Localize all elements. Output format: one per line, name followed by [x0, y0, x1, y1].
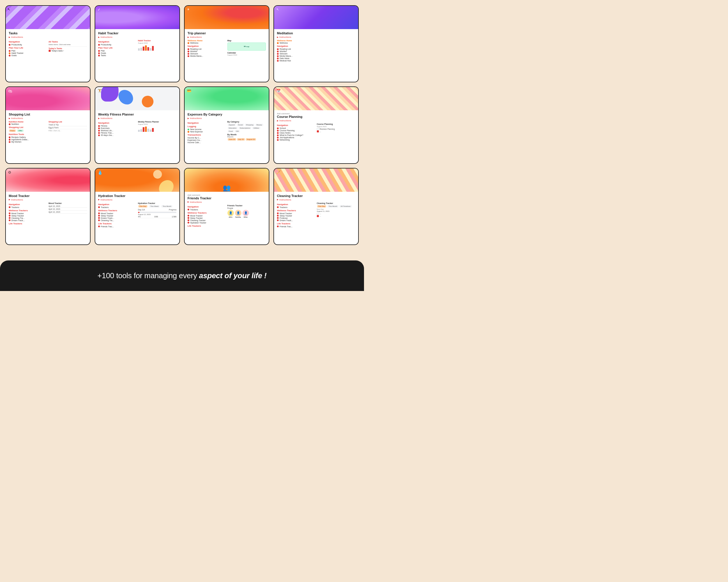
exp-chip-food: Food	[228, 130, 234, 132]
hydration-time-tabs: This Day This Week This Month	[138, 205, 177, 208]
expenses-expenses-cal: Expenses Ca...	[187, 139, 226, 141]
meditation-nav: Wellness Home Wellness Navigation Readin…	[277, 39, 355, 62]
course-title: Course Planning	[277, 115, 355, 118]
fitness-banner: 🏋	[95, 87, 179, 110]
trip-wellness: Wellness	[187, 42, 226, 44]
course-content: Add comment Course Planning ▶ Instructio…	[274, 110, 358, 163]
habit-cal-col: Habit Tracker August 2023	[138, 39, 177, 57]
course-school: School	[277, 127, 316, 129]
fitness-fitness: Fitness	[98, 125, 137, 127]
course-banner: 📅	[274, 87, 358, 110]
friend-elise: 👤 Elise	[242, 210, 249, 218]
card-course-planning[interactable]: 📅 Add comment Course Planning ▶ Instruct…	[274, 86, 359, 164]
fitness-mini-bars	[138, 126, 177, 132]
mood-content: Mood Tracker ▶ Instructions Navigation T…	[6, 192, 90, 244]
shopping-ingredients: Ingredients Datas...	[9, 139, 48, 141]
card-trip-planner[interactable]: ✈ Trip planner ▶ Instructions Wellness H…	[184, 5, 269, 82]
tasks-hint: Select items. Click and enter.	[49, 44, 87, 46]
expenses-income-by-c: Income By C...	[187, 137, 226, 139]
fitness-content: Weekly Fitness Planner ▶ Instructions Na…	[95, 110, 179, 163]
shopping-subtitle: ▶ Instructions	[9, 117, 87, 119]
card-meditation[interactable]: ↖ Meditation ▶ Instructions Wellness Hom…	[274, 5, 359, 82]
fitness-icon: 🏋	[98, 89, 102, 93]
card-shopping-list[interactable]: 🛍 Shopping List ▶ Instructions Nutrition…	[5, 86, 90, 164]
fitness-subtitle: ▶ Instructions	[98, 117, 177, 119]
cleaning-cb2	[317, 215, 319, 217]
course-cb1	[317, 128, 319, 130]
trip-reading: Reading List	[187, 48, 226, 50]
hydration-blob1	[159, 180, 174, 192]
hydration-tab-week[interactable]: This Week	[149, 205, 160, 207]
mood-entries-col: Mood Tracker April 10, 2023 April 10, 20…	[49, 202, 87, 225]
tasks-check1: Today's tasks ›	[49, 50, 87, 52]
card-friends-tracker[interactable]: 👥 Add comment Friends Tracker ▶ Instruct…	[184, 168, 269, 245]
card-hydration-tracker[interactable]: 💧 Hydration Tracker ▶ Instructions Navig…	[95, 168, 180, 245]
habit-bar3	[143, 47, 145, 51]
cleaning-friends: Friends Trac...	[277, 225, 316, 227]
meditation-subtitle: ▶ Instructions	[277, 36, 355, 38]
meditation-medical: Medical Hub	[277, 60, 355, 62]
tagline-bar: +100 tools for managing every aspect of …	[0, 260, 364, 291]
meditation-reading: Reading List	[277, 48, 355, 50]
exp-chip-social: Social	[237, 124, 244, 126]
fitness-blob1	[101, 87, 119, 102]
tasks-nav-left: Navigation Productivity Plan Your Life P…	[9, 39, 48, 57]
fitness-planner-label: Weekly Fitness Planner	[138, 121, 177, 123]
tasks-cb1	[49, 50, 51, 52]
hydration-life-section: Life Trackers	[98, 222, 137, 225]
habit-bar2	[140, 48, 142, 51]
trip-subtitle: ▶ Instructions	[187, 36, 266, 38]
expenses-income-cal: Income Cale...	[187, 141, 226, 143]
trip-wellness-home: Wellness Home	[187, 39, 226, 41]
shopping-list-item: Pasta Offer	[9, 129, 48, 132]
course-plan-label: Course Planning	[317, 123, 356, 125]
course-nav: Navigation School Course Planning Class …	[277, 123, 355, 141]
cleaning-trackers: Trackers	[277, 206, 316, 209]
fitness-tracker: Fitness Trac...	[98, 132, 137, 134]
fitness-30days: 30 days cha...	[98, 134, 137, 136]
card-expenses[interactable]: 💳 Expenses By Category ▶ Instructions Na…	[184, 86, 269, 164]
mood-subtitle: ▶ Instructions	[9, 198, 87, 201]
mood-entry3: April 10, 2023	[49, 211, 87, 214]
shopping-nav-left: Nutrition Home Nutrition Shopping List P…	[9, 121, 48, 143]
hydration-cleaning: Cleaning Tra...	[98, 219, 137, 221]
cleaning-tab-today[interactable]: This Day	[317, 205, 327, 207]
hydration-stats-col: Hydration Tracker This Day This Week Thi…	[138, 202, 177, 228]
friends-cleaning: Cleaning Tracker	[187, 219, 226, 221]
friends-people-col: Friends Tracker People 👤 John 👤 Sandra 👤	[228, 204, 266, 228]
mood-nav: Navigation Trackers Wellness Trackers Mo…	[9, 202, 87, 225]
fitness-workout-lib: Workout Lib...	[98, 130, 137, 132]
trip-nav-left: Wellness Home Wellness Navigation Readin…	[187, 39, 226, 57]
habit-bar4	[145, 46, 147, 51]
course-add-comment: Add comment	[277, 113, 355, 115]
tasks-plan: Plan	[9, 50, 48, 52]
friends-life-section: Life Trackers	[187, 225, 226, 227]
card-fitness-planner[interactable]: 🏋 Weekly Fitness Planner ▶ Instructions …	[95, 86, 180, 164]
exp-chip-shopping: Shopping	[245, 124, 255, 126]
expenses-transactions-section: Transactions	[187, 134, 226, 136]
meditation-icon: ↖	[276, 7, 279, 11]
card-tasks[interactable]: ↖ Tasks ▶ Instructions Navigation Produc…	[5, 5, 90, 82]
cleaning-mood: Mood Tracker	[277, 213, 316, 215]
hydration-tab-month[interactable]: This Month	[161, 205, 173, 207]
hydration-tab-today[interactable]: This Day	[138, 205, 148, 207]
cursor-icon: ↖	[7, 7, 10, 11]
card-habit-tracker[interactable]: ✓ Habit Tracker ▶ Instructions Navigatio…	[95, 5, 180, 82]
card-cleaning-tracker[interactable]: 🧹 Cleaning Tracker ▶ Instructions Naviga…	[274, 168, 359, 245]
mood-trackers: Trackers	[9, 206, 48, 209]
shopping-filter: Filter | Sort | Q...	[49, 130, 87, 132]
fbar1	[138, 130, 140, 132]
expenses-icon: 💳	[187, 89, 191, 93]
friends-nav-section: Navigation	[187, 205, 226, 208]
hydration-subtitle: ▶ Instructions	[98, 198, 177, 201]
card-mood-tracker[interactable]: ⊙ Mood Tracker ▶ Instructions Navigation…	[5, 168, 90, 245]
shopping-row1: Track & Trip	[49, 123, 87, 126]
course-college-pack: What to Pack for College?	[277, 134, 316, 136]
cleaning-tab-all[interactable]: All Timelines	[340, 205, 352, 207]
fbar6	[150, 130, 151, 132]
shopping-mykitchen: My Kitchen	[9, 141, 48, 143]
hydration-progress-bar	[138, 212, 177, 213]
shopping-row2: Egg & Farm	[49, 126, 87, 129]
cleaning-tab-month[interactable]: This Month	[327, 205, 338, 207]
tasks-today-label: Today's Tasks	[49, 48, 87, 50]
